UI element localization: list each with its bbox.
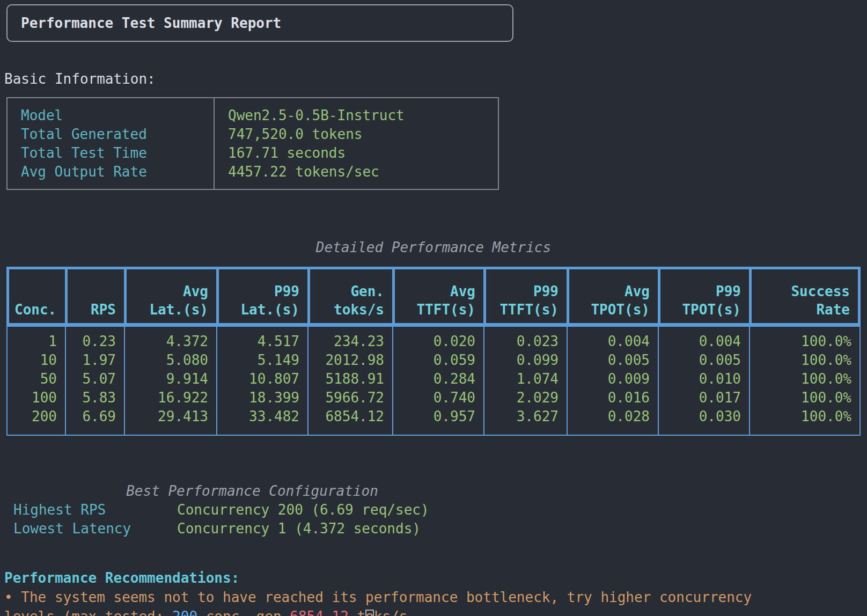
- header-line: TPOT(s): [577, 300, 650, 319]
- cell-value: 4.372: [125, 332, 208, 351]
- cell-value: 0.030: [659, 407, 741, 426]
- terminal-output: { "title_panel": { "text": "Performance …: [0, 0, 867, 616]
- recommendation-bullet: • The system seems not to have reached i…: [4, 588, 752, 607]
- header-line: P99: [494, 282, 559, 300]
- truncated-fragment: toks/s: [349, 608, 408, 616]
- cell-value: 0.017: [659, 388, 741, 407]
- terminal-cursor: [365, 610, 374, 616]
- cell-value: 0.740: [393, 388, 475, 407]
- cell-value: 16.922: [125, 388, 208, 407]
- header-line: Lat.(s): [135, 300, 208, 319]
- truncated-fragment: 6854.12: [290, 608, 349, 616]
- basic-info-heading: Basic Information:: [4, 70, 156, 89]
- cell-value: 100.0%: [750, 351, 851, 370]
- cell-value: 18.399: [217, 388, 299, 407]
- cell-value: 0.099: [484, 351, 559, 370]
- best-config-label: Lowest Latency: [13, 519, 177, 538]
- cell-value: 10: [8, 351, 57, 370]
- cell-value: 5966.72: [308, 388, 384, 407]
- header-line: TTFT(s): [403, 300, 475, 319]
- best-config-label: Highest RPS: [13, 501, 177, 519]
- basic-info-value: Qwen2.5-0.5B-Instruct: [228, 106, 498, 125]
- cell-value: 4.517: [217, 332, 299, 351]
- cell-value: 5.83: [66, 388, 116, 407]
- basic-info-value: 4457.22 tokens/sec: [228, 163, 498, 181]
- cell-value: 0.020: [393, 332, 475, 351]
- header-line: [14, 282, 57, 300]
- best-config-value: Concurrency 200 (6.69 req/sec): [177, 502, 429, 518]
- header-line: P99: [227, 282, 299, 300]
- header-cell-gen-toks: Gen.toks/s: [310, 269, 395, 323]
- body-col-success-rate: 100.0%100.0%100.0%100.0%100.0%: [750, 327, 859, 435]
- best-config-row: Highest RPSConcurrency 200 (6.69 req/sec…: [13, 501, 429, 519]
- header-line: P99: [668, 282, 741, 300]
- basic-info-label: Avg Output Rate: [21, 163, 214, 181]
- truncated-fragment: conc, gen: [197, 608, 290, 616]
- header-cell-conc: Conc.: [9, 269, 68, 323]
- header-line: Avg: [577, 282, 650, 300]
- header-cell-rps: RPS: [68, 269, 127, 323]
- cell-value: 0.23: [66, 332, 116, 351]
- cell-value: 234.23: [308, 332, 384, 351]
- metrics-table: Conc. RPSAvgLat.(s)P99Lat.(s)Gen.toks/sA…: [6, 267, 861, 436]
- metrics-table-caption: Detailed Performance Metrics: [6, 238, 861, 257]
- basic-info-label: Model: [21, 106, 214, 125]
- cell-value: 5.07: [66, 370, 116, 388]
- header-cell-success-rate: SuccessRate: [752, 269, 858, 323]
- cell-value: 9.914: [125, 370, 208, 388]
- truncated-fragment: 200: [172, 608, 197, 616]
- cell-value: 0.284: [393, 370, 475, 388]
- cell-value: 6.69: [66, 407, 116, 426]
- cell-value: 100: [8, 388, 57, 407]
- best-config-row: Lowest LatencyConcurrency 1 (4.372 secon…: [13, 519, 429, 538]
- header-line: Success: [760, 282, 850, 300]
- recommendation-truncated-line: levels (max tested: 200 conc, gen 6854.1…: [4, 607, 407, 616]
- header-cell-p99-ttft: P99TTFT(s): [486, 269, 569, 323]
- body-col-avg-lat: 4.3725.0809.91416.92229.413: [125, 327, 217, 435]
- header-cell-p99-tpot: P99TPOT(s): [660, 269, 752, 323]
- metrics-body: 110501002000.231.975.075.836.694.3725.08…: [6, 326, 861, 436]
- cell-value: 0.028: [568, 407, 650, 426]
- metrics-header-row: Conc. RPSAvgLat.(s)P99Lat.(s)Gen.toks/sA…: [6, 267, 861, 326]
- header-line: Conc.: [14, 300, 57, 319]
- cell-value: 0.957: [393, 407, 475, 426]
- basic-info-value: 167.71 seconds: [228, 144, 498, 163]
- header-cell-avg-ttft: AvgTTFT(s): [395, 269, 486, 323]
- report-title-panel: Performance Test Summary Report: [6, 4, 513, 42]
- cell-value: 0.004: [568, 332, 650, 351]
- cell-value: 6854.12: [308, 407, 384, 426]
- cell-value: 33.482: [217, 407, 299, 426]
- cell-value: 5.080: [125, 351, 208, 370]
- cell-value: 100.0%: [750, 370, 851, 388]
- header-line: RPS: [76, 300, 116, 319]
- header-cell-p99-lat: P99Lat.(s): [219, 269, 310, 323]
- cell-value: 0.005: [659, 351, 741, 370]
- basic-info-label: Total Generated: [21, 125, 214, 144]
- header-line: [76, 282, 116, 300]
- header-line: Avg: [135, 282, 208, 300]
- cell-value: 0.010: [659, 370, 741, 388]
- truncated-fragment: levels (max tested:: [4, 608, 172, 616]
- report-title: Performance Test Summary Report: [21, 15, 281, 31]
- cell-value: 2.029: [484, 388, 559, 407]
- header-line: Lat.(s): [227, 300, 299, 319]
- basic-info-label: Total Test Time: [21, 144, 214, 163]
- cell-value: 10.807: [217, 370, 299, 388]
- body-col-gen-toks: 234.232012.985188.915966.726854.12: [308, 327, 393, 435]
- best-config-caption: Best Performance Configuration: [0, 482, 504, 501]
- recommendations-heading: Performance Recommendations:: [4, 569, 239, 588]
- cell-value: 0.004: [659, 332, 741, 351]
- cell-value: 5188.91: [308, 370, 384, 388]
- best-config-value: Concurrency 1 (4.372 seconds): [177, 520, 421, 537]
- body-col-p99-tpot: 0.0040.0050.0100.0170.030: [659, 327, 750, 435]
- basic-info-box: ModelTotal GeneratedTotal Test TimeAvg O…: [6, 97, 499, 190]
- cell-value: 200: [8, 407, 57, 426]
- header-cell-avg-lat: AvgLat.(s): [127, 269, 219, 323]
- cell-value: 29.413: [125, 407, 208, 426]
- cell-value: 0.005: [568, 351, 650, 370]
- cell-value: 100.0%: [750, 407, 851, 426]
- header-cell-avg-tpot: AvgTPOT(s): [569, 269, 660, 323]
- cell-value: 3.627: [484, 407, 559, 426]
- basic-info-value: 747,520.0 tokens: [228, 125, 498, 144]
- best-config-rows: Highest RPSConcurrency 200 (6.69 req/sec…: [13, 501, 429, 538]
